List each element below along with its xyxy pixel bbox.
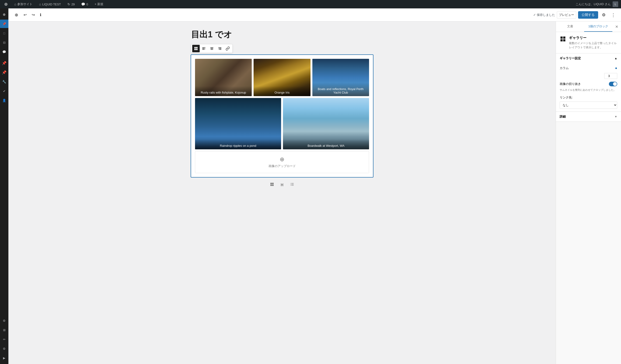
page-title[interactable]: 目出1 でオ [191, 29, 373, 40]
block-name: ギャラリー [569, 36, 617, 40]
user-avatar[interactable]: L [613, 1, 618, 7]
svg-rect-23 [291, 184, 294, 185]
svg-rect-7 [202, 50, 204, 50]
gallery-item-2[interactable]: Orange Iris [254, 59, 310, 96]
sidebar-icon-blocks[interactable]: 📌 [0, 20, 8, 28]
gallery-item-1[interactable]: Rusty rails with fishplate, Kojonup [195, 59, 252, 96]
sidebar-icon-pin2[interactable]: 📌 [0, 68, 8, 77]
details-header[interactable]: 詳細 ▼ [556, 112, 621, 121]
new-label: + 新規 [95, 2, 103, 6]
sidebar-icon-tools[interactable]: 🔧 [0, 77, 8, 86]
wp-logo-icon: ⊛ [4, 2, 8, 7]
sidebar-icon-yoast[interactable]: ✔ [0, 87, 8, 95]
crop-desc: サムネイルを整列にあわせてクロップしました。 [560, 88, 617, 92]
comments-count: 0 [86, 2, 88, 6]
site-name-label: 参加サイト [17, 2, 33, 6]
details-label: 詳細 [560, 115, 566, 119]
sidebar-icon-user[interactable]: 👤 [0, 96, 8, 104]
block-info-text: ギャラリー 複数のイメージを上品で整ったタイルレイアウトで表示します。 [569, 36, 617, 50]
publish-button[interactable]: 公開する [578, 11, 598, 19]
bottom-heading-btn[interactable]: H [279, 181, 285, 189]
settings-gear-button[interactable]: ⚙ [600, 11, 607, 18]
sidebar-icon-edit[interactable]: ✏ [0, 335, 8, 344]
admin-bar-wp-logo[interactable]: ⊛ [3, 0, 9, 8]
sidebar-icon-widgets[interactable]: ⊞ [0, 326, 8, 334]
info-button[interactable]: ℹ [38, 11, 43, 19]
admin-bar-comments[interactable]: 💬 0 [80, 0, 89, 8]
sidebar-icon-comments[interactable]: 💬 [0, 48, 8, 56]
gallery-item-5[interactable]: Boardwalk at Westport, WA [283, 98, 369, 149]
sidebar-close-button[interactable]: ✕ [612, 21, 621, 32]
sidebar-icon-config[interactable]: ⚙ [0, 344, 8, 353]
gallery-settings-section: ギャラリー設定 ▲ カラム ● 画像の切り抜き [556, 53, 621, 112]
admin-bar-new[interactable]: + 新規 [93, 0, 105, 8]
upload-text: 画像のアップロード [200, 164, 364, 168]
save-status: ✓ 保存しました [533, 13, 555, 17]
svg-rect-13 [219, 48, 221, 49]
crop-toggle[interactable] [609, 82, 617, 86]
gallery-caption-1: Rusty rails with fishplate, Kojonup [195, 86, 252, 96]
details-arrow-icon: ▼ [614, 115, 617, 118]
link-label: リンク先: [560, 95, 617, 100]
svg-rect-22 [291, 184, 291, 185]
svg-rect-9 [211, 48, 213, 49]
updates-count: 29 [71, 2, 75, 6]
bottom-gallery-btn[interactable] [269, 181, 276, 189]
editor-content: 目出1 でオ [191, 29, 373, 189]
upload-area[interactable]: ⊕ 画像のアップロード [195, 151, 369, 173]
redo-button[interactable]: ↪ [30, 11, 37, 19]
svg-rect-6 [202, 49, 206, 49]
svg-rect-8 [210, 47, 213, 48]
sidebar-icon-settings[interactable]: ⚙ [0, 316, 8, 325]
svg-rect-27 [563, 37, 565, 39]
svg-rect-15 [219, 50, 221, 50]
gallery-settings-header[interactable]: ギャラリー設定 ▲ [556, 53, 621, 63]
topbar-left: ⊕ ↩ ↪ ℹ [12, 11, 43, 19]
right-sidebar: 文書 1個のブロック ✕ ギャラリー 複数のイメージを上品で整ったタイルレイアウ… [556, 21, 621, 364]
sidebar-footer-spacer [556, 122, 621, 364]
sidebar-icon-logo[interactable]: ⊛ [0, 10, 8, 19]
editor-canvas: 目出1 でオ [8, 21, 556, 364]
more-options-button[interactable]: ⋮ [609, 11, 617, 19]
details-section: 詳細 ▼ [556, 112, 621, 122]
sidebar-icon-post[interactable]: □ [0, 29, 8, 37]
gallery-caption-2: Orange Iris [254, 86, 310, 96]
admin-bar-test[interactable]: ⌂ LIQUID TEST [37, 0, 62, 8]
gallery-item-4[interactable]: Raindrop ripples on a pond [195, 98, 281, 149]
svg-rect-20 [291, 183, 291, 184]
svg-rect-21 [291, 183, 294, 184]
greeting-text: こんにちは、LIQUID さん [575, 2, 611, 6]
topbar-right: ✓ 保存しました プレビュー 公開する ⚙ ⋮ [533, 11, 617, 19]
column-input[interactable] [604, 73, 617, 79]
preview-button[interactable]: プレビュー [557, 11, 576, 19]
sidebar-icon-play[interactable]: ▶ [0, 354, 8, 362]
sidebar-icon-pin[interactable]: 📌 [0, 59, 8, 67]
undo-button[interactable]: ↩ [21, 11, 29, 19]
gallery-block[interactable]: Rusty rails with fishplate, Kojonup Oran… [191, 55, 373, 177]
updates-icon: ↻ [68, 2, 70, 6]
admin-bar-updates[interactable]: ↻ 29 [66, 0, 76, 8]
tab-document[interactable]: 文書 [556, 21, 584, 32]
add-block-button[interactable]: ⊕ [12, 11, 20, 19]
gallery-caption-3: Boats and reflections, Royal Perth Yacht… [312, 83, 369, 96]
column-dot: ● [615, 66, 617, 70]
toolbar-gallery-icon-btn[interactable] [192, 45, 200, 52]
test-icon: ⌂ [39, 2, 41, 6]
toolbar-align-left-btn[interactable] [200, 45, 208, 52]
toolbar-link-btn[interactable] [224, 45, 231, 52]
svg-rect-18 [270, 185, 272, 186]
svg-rect-2 [194, 49, 196, 50]
block-info: ギャラリー 複数のイメージを上品で整ったタイルレイアウトで表示します。 [556, 32, 621, 53]
gallery-settings-chevron: ▲ [614, 57, 617, 60]
link-select[interactable]: なし メディアファイル 添付ファイルのページ [560, 102, 617, 109]
gallery-settings-label: ギャラリー設定 [560, 56, 581, 60]
toolbar-align-right-btn[interactable] [216, 45, 224, 52]
toolbar-align-center-btn[interactable] [208, 45, 216, 52]
bottom-list-btn[interactable] [289, 181, 295, 189]
gallery-item-3[interactable]: Boats and reflections, Royal Perth Yacht… [312, 59, 369, 96]
tab-block[interactable]: 1個のブロック [584, 21, 612, 32]
svg-rect-14 [218, 49, 221, 49]
sidebar-icon-media[interactable]: ⊟ [0, 38, 8, 47]
admin-bar-site[interactable]: ⌂ 参加サイト [13, 0, 34, 8]
gallery-caption-5: Boardwalk at Westport, WA [283, 139, 369, 149]
